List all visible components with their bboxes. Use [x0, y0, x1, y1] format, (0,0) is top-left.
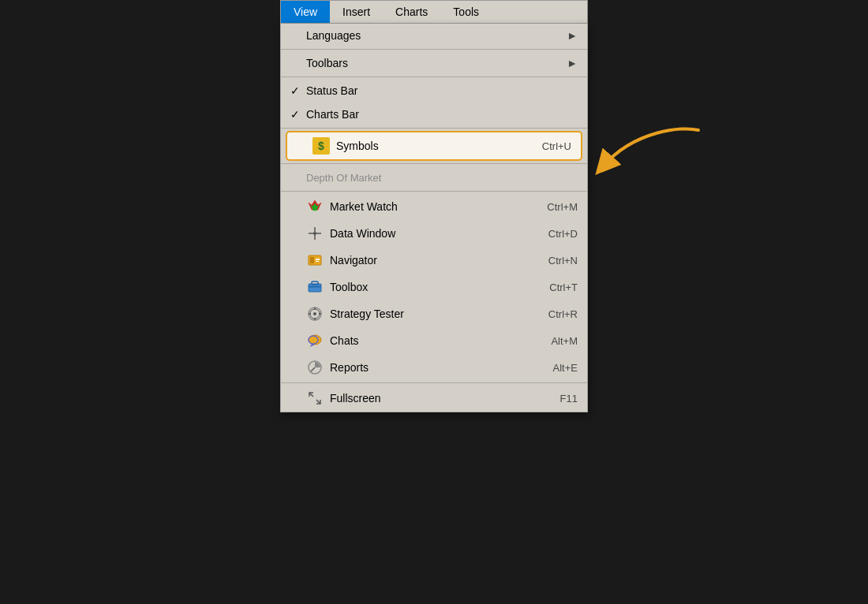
- shortcut-reports: Alt+E: [553, 362, 578, 374]
- svg-rect-7: [310, 257, 314, 263]
- shortcut-data-window: Ctrl+D: [548, 228, 578, 240]
- menu-item-strategy-tester[interactable]: Strategy Tester Ctrl+R: [281, 300, 587, 327]
- label-market-watch: Market Watch: [330, 200, 515, 213]
- label-strategy-tester: Strategy Tester: [330, 308, 517, 320]
- shortcut-navigator: Ctrl+N: [548, 255, 578, 267]
- symbols-icon: $: [312, 137, 330, 155]
- navigator-icon: [306, 252, 324, 269]
- menu-item-depth[interactable]: Depth Of Market: [281, 166, 587, 189]
- svg-rect-11: [309, 286, 321, 288]
- menu-item-data-window[interactable]: Data Window Ctrl+D: [281, 220, 587, 247]
- check-status-bar: ✓: [290, 84, 306, 97]
- label-symbols: Symbols: [336, 140, 511, 152]
- strategy-tester-icon: [306, 305, 324, 323]
- svg-rect-19: [313, 312, 316, 315]
- label-toolbars: Toolbars: [306, 57, 567, 69]
- svg-rect-9: [316, 261, 319, 262]
- label-status-bar: Status Bar: [306, 84, 578, 97]
- divider-4: [281, 163, 587, 164]
- view-dropdown: Languages ► Toolbars ► ✓ Status Bar ✓ Ch…: [280, 24, 588, 412]
- reports-icon: [306, 359, 324, 376]
- menu-bar-tools[interactable]: Tools: [440, 1, 492, 23]
- menu-item-chats[interactable]: Chats Alt+M: [281, 327, 587, 354]
- divider-2: [281, 76, 587, 77]
- svg-rect-12: [312, 281, 318, 285]
- shortcut-symbols: Ctrl+U: [542, 140, 571, 152]
- shortcut-fullscreen: F11: [560, 393, 578, 405]
- shortcut-market-watch: Ctrl+M: [547, 201, 578, 213]
- menu-item-navigator[interactable]: Navigator Ctrl+N: [281, 247, 587, 274]
- menu-bar-view[interactable]: View: [281, 1, 330, 23]
- menu-item-symbols[interactable]: $ Symbols Ctrl+U: [287, 132, 581, 159]
- label-fullscreen: Fullscreen: [330, 392, 529, 405]
- arrow-toolbars: ►: [567, 57, 578, 69]
- menu-bar-charts[interactable]: Charts: [383, 1, 440, 23]
- shortcut-chats: Alt+M: [551, 335, 578, 347]
- chats-icon: [306, 332, 324, 349]
- menu-item-fullscreen[interactable]: Fullscreen F11: [281, 385, 587, 412]
- market-watch-icon: [306, 198, 324, 215]
- menu-item-languages[interactable]: Languages ►: [281, 24, 587, 47]
- label-navigator: Navigator: [330, 254, 517, 267]
- label-toolbox: Toolbox: [330, 281, 518, 293]
- label-data-window: Data Window: [330, 227, 517, 240]
- label-chats: Chats: [330, 334, 519, 347]
- menu-item-reports[interactable]: Reports Alt+E: [281, 354, 587, 381]
- svg-line-24: [311, 367, 315, 371]
- label-languages: Languages: [306, 29, 567, 42]
- label-charts-bar: Charts Bar: [306, 108, 578, 121]
- arrow-languages: ►: [567, 29, 578, 42]
- menu-item-toolbars[interactable]: Toolbars ►: [281, 51, 587, 75]
- label-depth: Depth Of Market: [306, 172, 578, 184]
- svg-point-5: [313, 232, 316, 235]
- shortcut-toolbox: Ctrl+T: [549, 281, 578, 293]
- svg-rect-8: [316, 259, 320, 260]
- menu-bar-insert[interactable]: Insert: [330, 1, 383, 23]
- divider-5: [281, 191, 587, 192]
- menu-item-toolbox[interactable]: Toolbox Ctrl+T: [281, 274, 587, 300]
- shortcut-strategy-tester: Ctrl+R: [548, 308, 578, 320]
- menu-item-status-bar[interactable]: ✓ Status Bar: [281, 79, 587, 103]
- divider-6: [281, 382, 587, 383]
- fullscreen-icon: [306, 390, 324, 407]
- symbols-highlight-box: $ Symbols Ctrl+U: [286, 131, 582, 161]
- menu-bar: View Insert Charts Tools: [280, 0, 588, 24]
- check-charts-bar: ✓: [290, 108, 306, 121]
- divider-3: [281, 128, 587, 129]
- divider-1: [281, 49, 587, 50]
- arrow-annotation: [588, 122, 714, 185]
- label-reports: Reports: [330, 361, 522, 374]
- data-window-icon: [306, 225, 324, 242]
- menu-item-charts-bar[interactable]: ✓ Charts Bar: [281, 103, 587, 126]
- toolbox-icon: [306, 278, 324, 296]
- menu-item-market-watch[interactable]: Market Watch Ctrl+M: [281, 193, 587, 220]
